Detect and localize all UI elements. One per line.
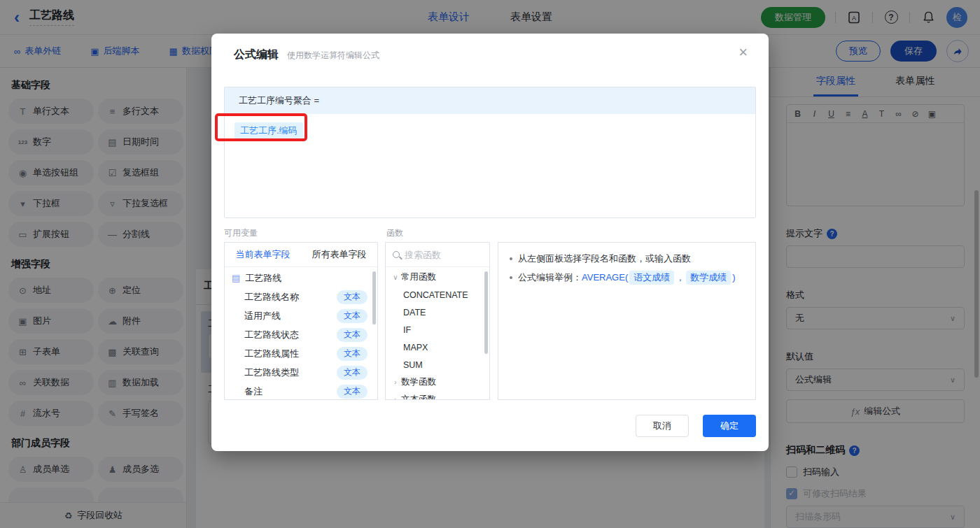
chevron-collapsed-icon: › <box>390 378 401 386</box>
formula-field-tag[interactable]: 工艺工序.编码 <box>234 122 303 139</box>
formula-editor-modal: 公式编辑 使用数学运算符编辑公式 × 工艺工序编号聚合 = 工艺工序.编码 可用… <box>211 34 769 451</box>
type-badge: 文本 <box>337 309 368 323</box>
func-item[interactable]: SUM <box>386 356 489 373</box>
tree-field[interactable]: 工艺路线类型文本 <box>225 363 377 382</box>
func-group-math[interactable]: ›数学函数 <box>386 373 489 391</box>
functions-scrollbar[interactable] <box>484 271 488 354</box>
variables-panel: 当前表单字段 所有表单字段 ▤工艺路线 工艺路线名称文本 适用产线文本 工艺路线… <box>224 242 378 400</box>
tab-current-form-fields[interactable]: 当前表单字段 <box>225 243 301 266</box>
function-tree: ∨常用函数 CONCATENATE DATE IF MAPX SUM ›数学函数… <box>386 267 489 400</box>
formula-target: 工艺工序编号聚合 = <box>225 87 755 114</box>
search-icon <box>393 251 400 258</box>
func-item[interactable]: CONCATENATE <box>386 286 489 304</box>
func-item[interactable]: MAPX <box>386 338 489 356</box>
bullet-icon <box>510 257 512 260</box>
function-search <box>386 243 489 267</box>
modal-footer: 取消 确定 <box>636 415 756 437</box>
field-tree: ▤工艺路线 工艺路线名称文本 适用产线文本 工艺路线状态文本 工艺路线属性文本 … <box>225 267 377 400</box>
example-field-tag: 数学成绩 <box>686 271 731 285</box>
type-badge: 文本 <box>337 290 368 304</box>
document-icon: ▤ <box>232 273 240 283</box>
tree-field[interactable]: 备注文本 <box>225 382 377 400</box>
func-item[interactable]: IF <box>386 321 489 338</box>
type-badge: 文本 <box>337 366 368 380</box>
variables-label: 可用变量 <box>224 227 258 239</box>
func-group-text[interactable]: ›文本函数 <box>386 391 489 400</box>
func-group-common[interactable]: ∨常用函数 <box>386 269 489 286</box>
tree-field[interactable]: 工艺路线名称文本 <box>225 287 377 306</box>
modal-subtitle: 使用数学运算符编辑公式 <box>287 50 379 62</box>
help-panel: 从左侧面板选择字段名和函数，或输入函数 公式编辑举例：AVERAGE(语文成绩，… <box>498 242 756 400</box>
panel-labels: 可用变量 函数 <box>224 227 756 238</box>
tip-line: 从左侧面板选择字段名和函数，或输入函数 <box>510 252 744 266</box>
tree-root[interactable]: ▤工艺路线 <box>225 269 377 287</box>
modal-title: 公式编辑 <box>234 48 279 62</box>
type-badge: 文本 <box>337 328 368 342</box>
confirm-button[interactable]: 确定 <box>703 415 756 437</box>
tree-field[interactable]: 工艺路线属性文本 <box>225 344 377 363</box>
modal-header: 公式编辑 使用数学运算符编辑公式 <box>211 34 769 62</box>
tip-example-line: 公式编辑举例：AVERAGE(语文成绩，数学成绩) <box>510 271 744 285</box>
variables-tabs: 当前表单字段 所有表单字段 <box>225 243 377 267</box>
example-field-tag: 语文成绩 <box>629 271 674 285</box>
tree-field[interactable]: 工艺路线状态文本 <box>225 325 377 344</box>
func-item[interactable]: DATE <box>386 304 489 321</box>
tab-all-form-fields[interactable]: 所有表单字段 <box>301 243 377 266</box>
chevron-expanded-icon: ∨ <box>390 273 401 281</box>
functions-panel: ∨常用函数 CONCATENATE DATE IF MAPX SUM ›数学函数… <box>385 242 490 400</box>
close-icon[interactable]: × <box>738 45 748 60</box>
formula-editor: 工艺工序编号聚合 = 工艺工序.编码 <box>224 87 756 218</box>
type-badge: 文本 <box>337 347 368 361</box>
tree-field[interactable]: 适用产线文本 <box>225 306 377 325</box>
functions-label: 函数 <box>386 227 403 239</box>
type-badge: 文本 <box>337 385 368 399</box>
formula-input-area[interactable]: 工艺工序.编码 <box>225 114 755 217</box>
bullet-icon <box>510 276 512 279</box>
cancel-button[interactable]: 取消 <box>636 415 689 437</box>
function-search-input[interactable] <box>405 250 482 260</box>
variables-scrollbar[interactable] <box>372 271 376 324</box>
chevron-collapsed-icon: › <box>390 396 401 400</box>
